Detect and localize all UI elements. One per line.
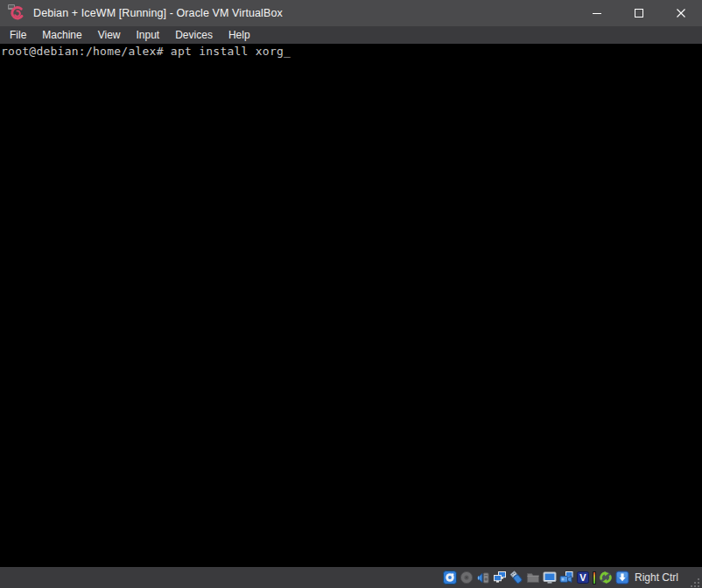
debian-vm-icon — [7, 4, 26, 23]
maximize-icon — [634, 8, 644, 18]
menu-view[interactable]: View — [90, 26, 129, 44]
titlebar[interactable]: Debian + IceWM [Running] - Oracle VM Vir… — [0, 0, 702, 26]
close-button[interactable] — [660, 0, 702, 26]
audio-icon[interactable] — [476, 570, 490, 584]
hard-disks-icon[interactable] — [443, 570, 457, 584]
statusbar: V Right Ctrl — [0, 567, 702, 588]
network-icon[interactable] — [493, 570, 507, 584]
menu-input[interactable]: Input — [129, 26, 168, 44]
activity-indicator — [593, 571, 596, 584]
console-text: root@debian:/home/alex# apt install xorg — [1, 45, 284, 58]
display-icon[interactable] — [543, 570, 557, 584]
maximize-button[interactable] — [618, 0, 660, 26]
shared-folders-icon[interactable] — [526, 570, 540, 584]
console-line: root@debian:/home/alex# apt install xorg… — [1, 45, 702, 59]
mouse-integration-icon[interactable] — [599, 570, 613, 584]
host-key-label: Right Ctrl — [635, 571, 678, 584]
svg-text:V: V — [579, 572, 586, 583]
optical-drives-icon[interactable] — [460, 570, 474, 584]
window-controls — [576, 0, 702, 26]
virtualbox-vm-window: Debian + IceWM [Running] - Oracle VM Vir… — [0, 0, 702, 588]
menu-help[interactable]: Help — [221, 26, 258, 44]
vm-screen[interactable]: root@debian:/home/alex# apt install xorg… — [0, 44, 702, 567]
menu-file[interactable]: File — [2, 26, 34, 44]
menu-machine[interactable]: Machine — [34, 26, 89, 44]
host-key-state-icon[interactable] — [615, 570, 629, 584]
minimize-icon — [592, 8, 602, 18]
resize-grip[interactable] — [688, 576, 700, 588]
menubar: File Machine View Input Devices Help — [0, 26, 702, 44]
minimize-button[interactable] — [576, 0, 618, 26]
close-icon — [676, 8, 686, 18]
usb-icon[interactable] — [509, 570, 523, 584]
menu-devices[interactable]: Devices — [167, 26, 221, 44]
console-cursor: _ — [284, 45, 291, 58]
window-title: Debian + IceWM [Running] - Oracle VM Vir… — [33, 7, 576, 19]
recording-icon[interactable] — [559, 570, 573, 584]
features-icon[interactable]: V — [576, 570, 590, 584]
